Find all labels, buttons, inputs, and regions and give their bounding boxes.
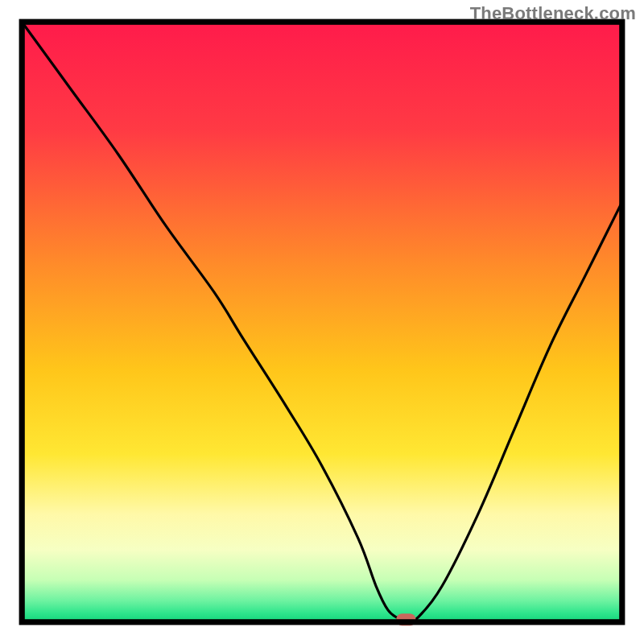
attribution-label: TheBottleneck.com	[470, 3, 636, 24]
bottleneck-chart	[0, 0, 644, 644]
chart-container: TheBottleneck.com	[0, 0, 644, 644]
chart-background-gradient	[22, 22, 622, 622]
